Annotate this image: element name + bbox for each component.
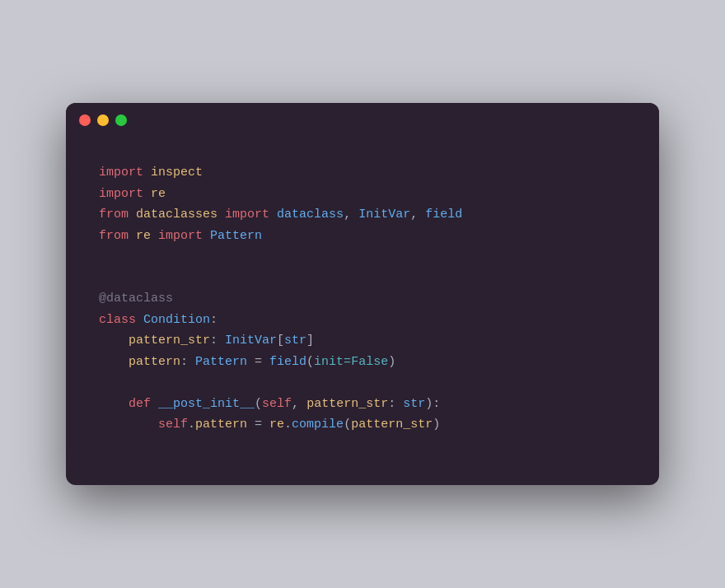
code-line-8: class Condition: [99, 310, 626, 331]
code-line-10: pattern: Pattern = field(init=False) [99, 352, 626, 373]
code-line-1: import inspect [99, 162, 626, 184]
titlebar [66, 103, 659, 138]
maximize-button[interactable] [115, 114, 127, 126]
blank-line-11 [99, 372, 626, 394]
code-line-4: from re import Pattern [99, 226, 626, 247]
code-line-2: import re [99, 184, 626, 205]
minimize-button[interactable] [97, 114, 109, 126]
code-window: import inspect import re from dataclasse… [66, 103, 659, 485]
code-line-9: pattern_str: InitVar[str] [99, 330, 626, 352]
code-line-13: self.pattern = re.compile(pattern_str) [99, 414, 626, 436]
blank-line-6 [99, 268, 626, 289]
blank-line-5 [99, 246, 626, 268]
code-line-12: def __post_init__(self, pattern_str: str… [99, 394, 626, 415]
code-line-3: from dataclasses import dataclass, InitV… [99, 204, 626, 226]
code-editor: import inspect import re from dataclasse… [66, 138, 659, 485]
code-line-7: @dataclass [99, 288, 626, 310]
close-button[interactable] [79, 114, 91, 126]
